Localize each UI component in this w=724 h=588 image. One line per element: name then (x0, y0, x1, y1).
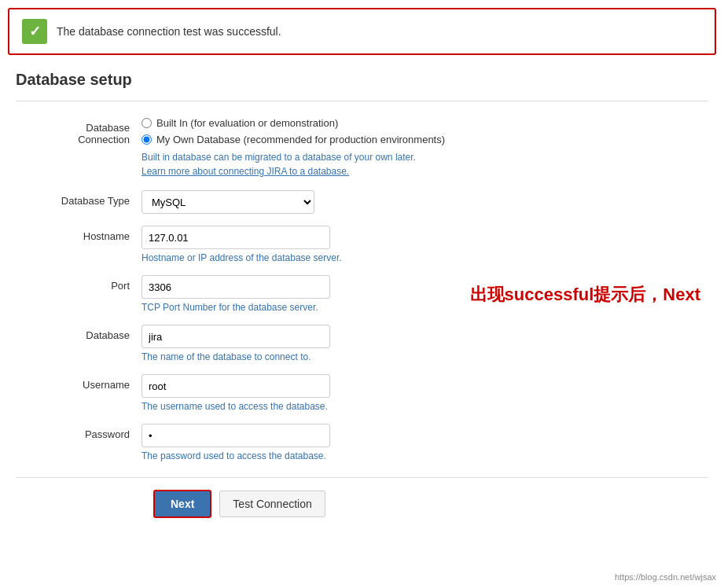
port-label: Port (16, 275, 141, 292)
page-wrapper: ✓ The database connection test was succe… (0, 0, 724, 588)
checkmark-icon: ✓ (29, 23, 41, 40)
hostname-label: Hostname (16, 226, 141, 242)
db-name-row: Database The name of the database to con… (16, 325, 708, 362)
password-row: Password The password used to access the… (16, 424, 708, 461)
divider (16, 101, 708, 101)
port-input[interactable] (141, 275, 330, 299)
button-row: Next Test Connection (16, 477, 708, 518)
success-message: The database connection test was success… (57, 25, 281, 38)
test-connection-button[interactable]: Test Connection (219, 491, 325, 517)
username-field: The username used to access the database… (141, 374, 456, 412)
watermark: https://blog.csdn.net/wjsax (615, 572, 716, 582)
hostname-hint: Hostname or IP address of the database s… (141, 252, 456, 263)
hostname-field: Hostname or IP address of the database s… (141, 226, 456, 263)
connection-row: DatabaseConnection Built In (for evaluat… (16, 117, 708, 178)
db-name-label: Database (16, 325, 141, 341)
radio-myown-label: My Own Database (recommended for product… (156, 134, 445, 145)
password-label: Password (16, 424, 141, 440)
radio-builtin[interactable]: Built In (for evaluation or demonstratio… (141, 117, 456, 129)
db-type-label: Database Type (16, 190, 141, 207)
success-icon-box: ✓ (22, 19, 47, 44)
db-type-row: Database Type MySQL (16, 190, 708, 214)
hint-line1: Built in database can be migrated to a d… (141, 152, 416, 163)
radio-group: Built In (for evaluation or demonstratio… (141, 117, 456, 145)
database-input[interactable] (141, 325, 330, 348)
connection-hint: Built in database can be migrated to a d… (141, 150, 456, 178)
radio-myown[interactable]: My Own Database (recommended for product… (141, 134, 456, 145)
username-hint: The username used to access the database… (141, 401, 456, 412)
db-name-field: The name of the database to connect to. (141, 325, 456, 362)
password-field: The password used to access the database… (141, 424, 456, 461)
port-hint: TCP Port Number for the database server. (141, 302, 456, 313)
next-button[interactable]: Next (153, 490, 211, 518)
radio-builtin-input[interactable] (141, 118, 152, 128)
connection-label: DatabaseConnection (16, 117, 141, 145)
db-setup-section: Database setup DatabaseConnection Built … (8, 71, 716, 518)
hostname-row: Hostname Hostname or IP address of the d… (16, 226, 708, 263)
db-name-hint: The name of the database to connect to. (141, 351, 456, 362)
password-hint: The password used to access the database… (141, 450, 456, 461)
password-input[interactable] (141, 424, 330, 447)
port-row: Port TCP Port Number for the database se… (16, 275, 708, 313)
username-row: Username The username used to access the… (16, 374, 708, 412)
hostname-input[interactable] (141, 226, 330, 249)
db-type-field: MySQL (141, 190, 456, 214)
section-title: Database setup (16, 71, 708, 89)
port-field: TCP Port Number for the database server. (141, 275, 456, 313)
connection-field: Built In (for evaluation or demonstratio… (141, 117, 456, 178)
db-type-select[interactable]: MySQL (141, 190, 314, 214)
radio-builtin-label: Built In (for evaluation or demonstratio… (156, 117, 338, 129)
username-label: Username (16, 374, 141, 391)
success-banner: ✓ The database connection test was succe… (8, 8, 716, 55)
hint-link[interactable]: Learn more about connecting JIRA to a da… (141, 166, 349, 177)
radio-myown-input[interactable] (141, 134, 152, 145)
username-input[interactable] (141, 374, 330, 398)
